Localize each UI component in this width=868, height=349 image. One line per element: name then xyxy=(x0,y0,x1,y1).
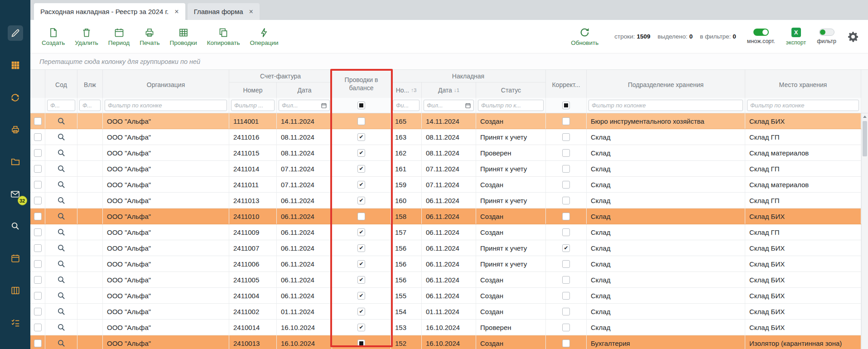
table-row[interactable]: ООО "Альфа"241100201.11.202415401.11.202… xyxy=(30,304,861,320)
correction-checkbox[interactable] xyxy=(562,213,570,220)
magnifier-icon[interactable] xyxy=(57,323,66,332)
correction-checkbox[interactable] xyxy=(562,149,570,157)
print-button[interactable]: Печать xyxy=(135,27,164,46)
postings-cell[interactable] xyxy=(332,335,391,349)
table-row[interactable]: ООО "Альфа"241101006.11.202415806.11.202… xyxy=(30,208,861,224)
filter-department-input[interactable] xyxy=(588,100,743,111)
postings-cell[interactable] xyxy=(332,304,391,319)
postings-cell[interactable] xyxy=(332,193,391,208)
printer-icon[interactable] xyxy=(8,122,23,137)
header-correction[interactable]: Коррект... xyxy=(546,70,587,98)
folder-icon[interactable] xyxy=(8,154,23,170)
multisort-control[interactable]: множ.сорт. xyxy=(747,29,775,44)
calendar-icon[interactable] xyxy=(8,251,23,266)
header-vlj[interactable]: Влж xyxy=(77,70,103,98)
correction-checkbox[interactable] xyxy=(562,324,570,331)
correction-checkbox[interactable] xyxy=(562,276,570,284)
magnifier-icon[interactable] xyxy=(57,133,66,141)
postings-checkbox[interactable] xyxy=(357,181,365,189)
tab-register-close-icon[interactable]: × xyxy=(174,8,178,15)
tab-main-form[interactable]: Главная форма × xyxy=(188,3,260,20)
correction-checkbox[interactable] xyxy=(562,197,570,204)
filter-vlj-input[interactable] xyxy=(79,100,101,111)
header-location[interactable]: Место хранения xyxy=(745,70,861,98)
row-select-checkbox[interactable] xyxy=(34,339,42,347)
table-row[interactable]: ООО "Альфа"241101608.11.202416308.11.202… xyxy=(30,129,861,145)
postings-checkbox[interactable] xyxy=(357,339,365,347)
row-open-cell[interactable] xyxy=(45,304,77,319)
board-icon[interactable] xyxy=(8,283,23,298)
magnifier-icon[interactable] xyxy=(57,291,66,300)
table-row[interactable]: ООО "Альфа"241101407.11.202416107.11.202… xyxy=(30,161,861,177)
correction-checkbox[interactable] xyxy=(562,165,570,173)
table-row[interactable]: ООО "Альфа"241101306.11.202416006.11.202… xyxy=(30,193,861,208)
correction-cell[interactable] xyxy=(546,240,587,256)
table-row[interactable]: ООО "Альфа"241101107.11.202415907.11.202… xyxy=(30,177,861,193)
header-status[interactable]: Статус xyxy=(476,82,546,98)
row-select-checkbox[interactable] xyxy=(34,149,42,157)
row-select-cell[interactable] xyxy=(30,177,45,192)
row-open-cell[interactable] xyxy=(45,113,77,129)
row-select-cell[interactable] xyxy=(30,240,45,256)
correction-cell[interactable] xyxy=(546,304,587,319)
header-organization[interactable]: Организация xyxy=(103,70,229,98)
magnifier-icon[interactable] xyxy=(57,276,66,284)
postings-cell[interactable] xyxy=(332,256,391,271)
filter-postings-checkbox[interactable] xyxy=(357,102,365,109)
correction-checkbox[interactable] xyxy=(562,133,570,141)
postings-cell[interactable] xyxy=(332,208,391,224)
table-row[interactable]: ООО "Альфа"241100606.11.202415606.11.202… xyxy=(30,256,861,272)
mail-icon[interactable]: 32 xyxy=(8,186,23,202)
operations-button[interactable]: Операции xyxy=(245,27,283,46)
correction-cell[interactable] xyxy=(546,320,587,335)
postings-cell[interactable] xyxy=(332,240,391,256)
postings-checkbox[interactable] xyxy=(357,228,365,236)
row-select-cell[interactable] xyxy=(30,208,45,224)
postings-checkbox[interactable] xyxy=(357,308,365,315)
filter-toggle[interactable] xyxy=(819,29,834,36)
row-select-cell[interactable] xyxy=(30,113,45,129)
row-select-cell[interactable] xyxy=(30,129,45,145)
search-icon[interactable] xyxy=(8,218,23,234)
copy-button[interactable]: Копировать xyxy=(202,27,245,46)
row-open-cell[interactable] xyxy=(45,288,77,303)
row-select-cell[interactable] xyxy=(30,161,45,176)
postings-cell[interactable] xyxy=(332,113,391,129)
row-select-checkbox[interactable] xyxy=(34,324,42,331)
table-row[interactable]: ООО "Альфа"241100706.11.202415606.11.202… xyxy=(30,240,861,256)
row-select-cell[interactable] xyxy=(30,145,45,160)
correction-checkbox[interactable] xyxy=(562,308,570,315)
row-select-cell[interactable] xyxy=(30,304,45,319)
table-row[interactable]: ООО "Альфа"241100406.11.202415506.11.202… xyxy=(30,288,861,304)
table-row[interactable]: ООО "Альфа"241001416.10.202415316.10.202… xyxy=(30,320,861,335)
row-select-checkbox[interactable] xyxy=(34,228,42,236)
header-select-all[interactable] xyxy=(30,70,45,98)
filter-waybill-date-input[interactable] xyxy=(424,100,474,111)
row-open-cell[interactable] xyxy=(45,320,77,335)
magnifier-icon[interactable] xyxy=(57,260,66,268)
magnifier-icon[interactable] xyxy=(57,244,66,252)
row-open-cell[interactable] xyxy=(45,256,77,271)
postings-checkbox[interactable] xyxy=(357,133,365,141)
row-select-checkbox[interactable] xyxy=(34,133,42,141)
sync-icon[interactable] xyxy=(8,90,23,105)
magnifier-icon[interactable] xyxy=(57,165,66,173)
scroll-up-arrow-icon[interactable] xyxy=(862,113,868,120)
row-select-checkbox[interactable] xyxy=(34,292,42,300)
correction-cell[interactable] xyxy=(546,129,587,145)
filter-correction-checkbox[interactable] xyxy=(562,102,570,109)
row-select-checkbox[interactable] xyxy=(34,276,42,284)
correction-checkbox[interactable] xyxy=(562,117,570,125)
row-select-checkbox[interactable] xyxy=(34,117,42,125)
postings-cell[interactable] xyxy=(332,224,391,240)
magnifier-icon[interactable] xyxy=(57,307,66,316)
table-row[interactable]: ООО "Альфа"241001316.10.202415216.10.202… xyxy=(30,335,861,349)
header-department[interactable]: Подразделение хранения xyxy=(587,70,745,98)
row-open-cell[interactable] xyxy=(45,208,77,224)
correction-cell[interactable] xyxy=(546,335,587,349)
filter-control[interactable]: фильтр xyxy=(817,29,836,44)
excel-export-icon[interactable]: X xyxy=(791,28,801,37)
delete-button[interactable]: Удалить xyxy=(70,27,103,46)
settings-gear-icon[interactable] xyxy=(847,31,859,43)
row-select-checkbox[interactable] xyxy=(34,165,42,173)
